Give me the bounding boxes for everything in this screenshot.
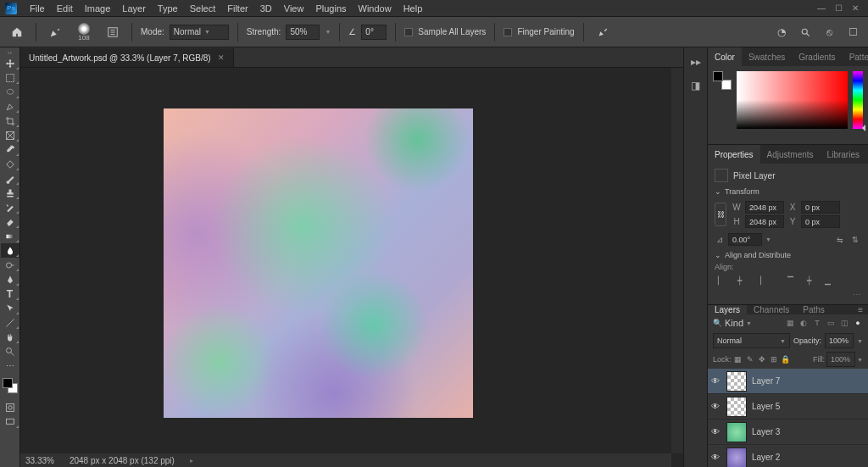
lock-position-icon[interactable]: ✥: [757, 354, 767, 364]
layer-thumbnail[interactable]: [726, 371, 747, 392]
tab-properties[interactable]: Properties: [708, 145, 760, 164]
menu-help[interactable]: Help: [398, 3, 429, 14]
layer-filter-kind[interactable]: 🔍Kind▼: [713, 318, 782, 328]
lock-all-icon[interactable]: 🔒: [781, 354, 791, 364]
strength-field[interactable]: 50%: [286, 25, 320, 40]
menu-file[interactable]: File: [24, 3, 51, 14]
layer-thumbnail[interactable]: [726, 448, 747, 468]
more-options-icon[interactable]: ⋯: [715, 290, 861, 299]
menu-window[interactable]: Window: [353, 3, 398, 14]
filter-type-icon[interactable]: T: [812, 318, 822, 328]
transform-disclosure[interactable]: ⌄Transform: [715, 187, 861, 196]
filter-toggle-icon[interactable]: ●: [853, 318, 863, 328]
rotation-field[interactable]: 0.00°: [728, 233, 762, 246]
menu-edit[interactable]: Edit: [51, 3, 79, 14]
layer-row[interactable]: 👁 Layer 5: [708, 394, 868, 420]
canvas-area[interactable]: [20, 68, 683, 467]
dock-expand-icon[interactable]: ▸▸: [688, 54, 704, 69]
share-button[interactable]: ⎋: [821, 24, 837, 41]
crop-tool[interactable]: [1, 114, 19, 128]
layer-row[interactable]: 👁 Layer 7: [708, 369, 868, 394]
tab-color[interactable]: Color: [708, 47, 742, 66]
blend-mode-dropdown[interactable]: Normal▼: [713, 333, 790, 348]
pressure-size-button[interactable]: [593, 22, 613, 42]
color-picker[interactable]: [737, 71, 848, 129]
menu-layer[interactable]: Layer: [116, 3, 152, 14]
align-right-icon[interactable]: ▕: [752, 275, 764, 286]
move-tool[interactable]: [1, 56, 19, 70]
visibility-toggle[interactable]: 👁: [709, 376, 721, 386]
canvas[interactable]: [164, 108, 473, 418]
layer-row[interactable]: 👁 Layer 3: [708, 420, 868, 445]
screen-mode-toggle[interactable]: [1, 414, 19, 429]
window-maximize[interactable]: ☐: [831, 3, 846, 14]
document-tab[interactable]: Untitled_Artwork.psd @ 33.3% (Layer 7, R…: [20, 48, 234, 67]
doc-dimensions[interactable]: 2048 px x 2048 px (132 ppi): [70, 456, 175, 465]
layer-name[interactable]: Layer 5: [752, 402, 780, 411]
toolbar-expand[interactable]: ››: [0, 49, 19, 56]
eraser-tool[interactable]: [1, 214, 19, 229]
cloud-docs-button[interactable]: ◔: [773, 24, 790, 41]
window-minimize[interactable]: —: [814, 3, 829, 14]
tool-preset-picker[interactable]: [45, 22, 65, 42]
marquee-tool[interactable]: [1, 70, 19, 85]
align-disclosure[interactable]: ⌄Align and Distribute: [715, 251, 861, 259]
lock-transparency-icon[interactable]: ▦: [733, 354, 743, 364]
sample-all-checkbox[interactable]: [404, 28, 413, 36]
shape-tool[interactable]: [1, 315, 19, 330]
zoom-tool[interactable]: [1, 344, 19, 359]
y-field[interactable]: 0 px: [801, 215, 840, 228]
eyedropper-tool[interactable]: [1, 142, 19, 157]
filter-pixel-icon[interactable]: ▦: [785, 318, 795, 328]
layer-thumbnail[interactable]: [726, 397, 747, 417]
height-field[interactable]: 2048 px: [745, 215, 784, 228]
edit-toolbar[interactable]: ⋯: [1, 359, 19, 373]
brush-preset-picker[interactable]: 108: [70, 19, 97, 45]
pen-tool[interactable]: [1, 272, 19, 286]
color-fgbg[interactable]: [713, 71, 732, 90]
panel-menu-icon[interactable]: ≡: [853, 305, 868, 314]
zoom-level[interactable]: 33.33%: [25, 456, 54, 465]
menu-view[interactable]: View: [278, 3, 310, 14]
menu-filter[interactable]: Filter: [221, 3, 253, 14]
layer-thumbnail[interactable]: [726, 422, 747, 442]
tab-layers[interactable]: Layers: [708, 305, 747, 314]
window-close[interactable]: ✕: [848, 3, 863, 14]
gradient-tool[interactable]: [1, 229, 19, 243]
hue-slider[interactable]: [853, 71, 863, 129]
workspace-switcher[interactable]: ☐: [844, 24, 861, 41]
foreground-color[interactable]: [3, 378, 13, 388]
visibility-toggle[interactable]: 👁: [709, 427, 721, 436]
layer-name[interactable]: Layer 2: [752, 453, 780, 462]
menu-type[interactable]: Type: [152, 3, 184, 14]
filter-smart-icon[interactable]: ◫: [839, 318, 849, 328]
brush-tool[interactable]: [1, 171, 19, 186]
width-field[interactable]: 2048 px: [745, 201, 784, 214]
align-bottom-icon[interactable]: ▁: [821, 275, 833, 286]
tab-gradients[interactable]: Gradients: [792, 47, 842, 66]
brush-settings-button[interactable]: [103, 22, 123, 42]
smudge-tool[interactable]: [1, 243, 19, 258]
link-wh-icon[interactable]: ⛓: [715, 203, 726, 226]
layer-row[interactable]: 👁 Layer 2: [708, 445, 868, 467]
path-select-tool[interactable]: [1, 301, 19, 315]
color-swatches[interactable]: [3, 378, 18, 393]
healing-tool[interactable]: [1, 157, 19, 171]
finger-painting-checkbox[interactable]: [504, 28, 512, 36]
type-tool[interactable]: T: [1, 286, 19, 301]
quick-select-tool[interactable]: [1, 99, 19, 114]
layer-name[interactable]: Layer 7: [752, 376, 780, 386]
align-top-icon[interactable]: ▔: [784, 275, 796, 286]
visibility-toggle[interactable]: 👁: [709, 402, 721, 411]
menu-image[interactable]: Image: [79, 3, 117, 14]
menu-select[interactable]: Select: [184, 3, 222, 14]
frame-tool[interactable]: [1, 128, 19, 142]
opacity-field[interactable]: 100%: [825, 333, 854, 348]
dodge-tool[interactable]: [1, 258, 19, 272]
flip-horizontal-icon[interactable]: ⇋: [834, 234, 846, 246]
dock-panel-icon[interactable]: ◨: [688, 78, 704, 93]
tab-libraries[interactable]: Libraries: [821, 145, 866, 164]
align-center-h-icon[interactable]: ┿: [733, 275, 745, 286]
history-brush-tool[interactable]: [1, 200, 19, 214]
search-button[interactable]: [797, 24, 814, 41]
